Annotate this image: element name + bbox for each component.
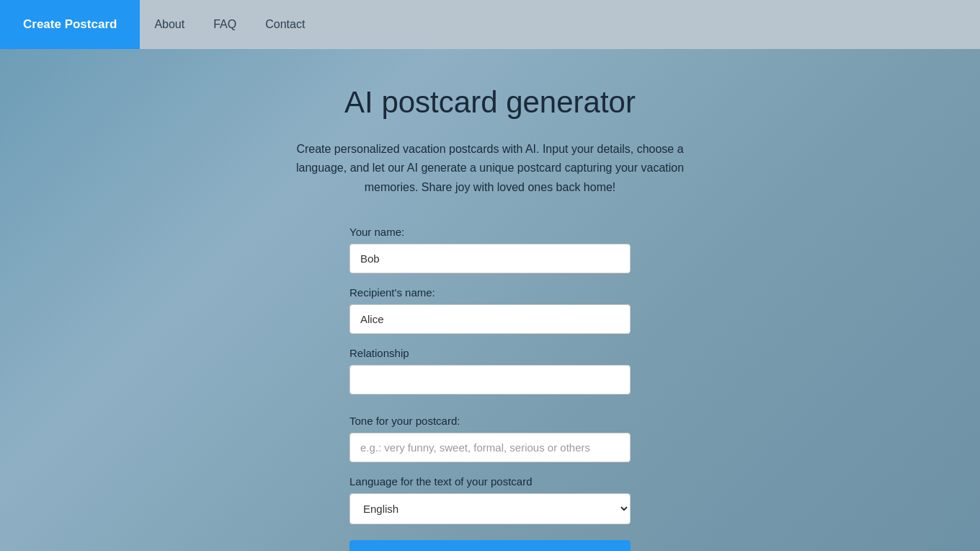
next-step-button[interactable]: Next Step (349, 540, 631, 551)
page-title: AI postcard generator (344, 85, 636, 120)
relationship-input[interactable] (349, 365, 631, 394)
tone-input[interactable] (349, 433, 631, 462)
nav-links: About FAQ Contact (140, 0, 980, 49)
tone-group: Tone for your postcard: (349, 415, 631, 462)
your-name-label: Your name: (349, 226, 631, 238)
tone-label: Tone for your postcard: (349, 415, 631, 427)
page-description: Create personalized vacation postcards w… (281, 140, 699, 197)
nav-brand[interactable]: Create Postcard (0, 0, 140, 49)
recipient-name-label: Recipient's name: (349, 286, 631, 299)
form-container: Your name: Recipient's name: Relationshi… (349, 226, 631, 551)
relationship-label: Relationship (349, 347, 631, 359)
your-name-input[interactable] (349, 244, 631, 273)
language-group: Language for the text of your postcard E… (349, 475, 631, 524)
navbar: Create Postcard About FAQ Contact (0, 0, 980, 49)
your-name-group: Your name: (349, 226, 631, 273)
main-content: AI postcard generator Create personalize… (0, 49, 980, 551)
nav-link-contact[interactable]: Contact (265, 18, 305, 31)
nav-link-about[interactable]: About (154, 18, 184, 31)
language-label: Language for the text of your postcard (349, 475, 631, 488)
recipient-name-group: Recipient's name: (349, 286, 631, 334)
relationship-group: Relationship (349, 347, 631, 394)
recipient-name-input[interactable] (349, 304, 631, 334)
nav-link-faq[interactable]: FAQ (213, 18, 236, 31)
language-select[interactable]: English Spanish French German Italian Po… (349, 493, 631, 524)
